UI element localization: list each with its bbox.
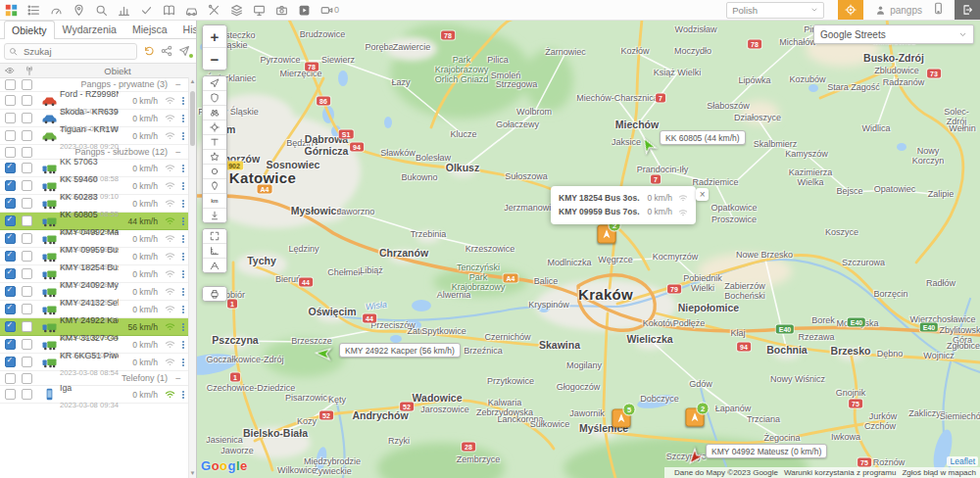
mobile-app-button[interactable]	[932, 1, 945, 19]
group-collapse-button[interactable]: −	[175, 147, 189, 158]
vehicle-follow-checkbox[interactable]	[22, 339, 32, 350]
vehicle-row[interactable]: Tiguan - KR1WJ072023-03-08 09:20:320 km/…	[0, 127, 189, 145]
objects-list-icon[interactable]	[23, 0, 45, 20]
fullscreen-tool-button[interactable]	[203, 229, 226, 244]
undo-icon[interactable]	[140, 43, 158, 59]
vehicle-follow-checkbox[interactable]	[22, 198, 32, 209]
routes-book-icon[interactable]	[158, 0, 180, 20]
tools-wrench-icon[interactable]	[203, 0, 225, 20]
binoculars-tool-button[interactable]	[203, 106, 226, 120]
vehicle-visibility-checkbox[interactable]	[5, 268, 16, 279]
logo-icon[interactable]	[0, 0, 23, 20]
tab-wydarzenia[interactable]: Wydarzenia	[55, 20, 124, 38]
zoom-out-button[interactable]: −	[203, 48, 226, 70]
vehicle-follow-checkbox[interactable]	[22, 163, 32, 173]
language-select[interactable]: Polish	[726, 2, 824, 19]
attribution-link[interactable]: Zgłoś błąd w mapach	[902, 468, 976, 477]
vehicle-visibility-checkbox[interactable]	[5, 251, 16, 262]
vehicle-cluster-marker[interactable]: 5	[612, 409, 631, 428]
vehicle-arrow-marker[interactable]	[315, 345, 332, 362]
scrollbar-thumb[interactable]	[190, 91, 195, 146]
vehicle-follow-checkbox[interactable]	[22, 95, 32, 106]
vehicles-car-icon[interactable]	[180, 0, 203, 20]
logout-button[interactable]	[955, 0, 980, 20]
tab-historia[interactable]: Historia	[175, 20, 197, 38]
shield-tool-button[interactable]	[203, 91, 226, 106]
vehicle-follow-checkbox[interactable]	[22, 215, 32, 226]
group-collapse-button[interactable]: −	[175, 373, 189, 384]
vehicle-arrow-marker[interactable]	[686, 449, 704, 466]
tasks-check-icon[interactable]	[135, 0, 158, 20]
vehicle-follow-checkbox[interactable]	[22, 357, 32, 367]
share-icon[interactable]	[158, 43, 175, 59]
vehicle-map-label[interactable]: KMY 24922 Kacper (56 km/h)	[339, 343, 461, 358]
vehicle-follow-checkbox[interactable]	[22, 321, 32, 332]
group-visibility-checkbox[interactable]	[5, 373, 16, 384]
vehicle-visibility-checkbox[interactable]	[5, 339, 16, 350]
reports-chart-icon[interactable]	[113, 0, 135, 20]
vehicle-row[interactable]: Iga2023-03-08 09:34:590 km/h	[0, 386, 189, 404]
vehicle-visibility-checkbox[interactable]	[5, 130, 16, 141]
vehicle-visibility-checkbox[interactable]	[5, 286, 16, 297]
group-follow-checkbox[interactable]	[22, 79, 32, 90]
map-layer-select[interactable]: Google Streets	[813, 24, 974, 44]
star-tool-button[interactable]	[203, 150, 226, 165]
layers-icon[interactable]	[225, 0, 248, 20]
vehicle-visibility-checkbox[interactable]	[5, 304, 16, 314]
vehicle-follow-checkbox[interactable]	[22, 268, 32, 279]
group-visibility-checkbox[interactable]	[5, 79, 16, 90]
vehicle-follow-checkbox[interactable]	[22, 304, 32, 314]
tooltip-close-button[interactable]: ×	[696, 188, 709, 201]
vehicle-visibility-checkbox[interactable]	[5, 95, 16, 106]
vehicle-visibility-checkbox[interactable]	[5, 198, 16, 209]
tab-miejsca[interactable]: Miejsca	[124, 20, 175, 38]
group-follow-checkbox[interactable]	[22, 147, 32, 158]
places-pin-icon[interactable]	[68, 0, 90, 20]
vehicle-visibility-checkbox[interactable]	[5, 233, 16, 244]
vehicle-visibility-checkbox[interactable]	[5, 321, 16, 332]
vehicle-visibility-checkbox[interactable]	[5, 113, 16, 123]
user-menu[interactable]: pangps	[875, 5, 922, 16]
vehicle-follow-checkbox[interactable]	[22, 180, 32, 191]
crosshair-tool-button[interactable]	[203, 120, 226, 135]
vehicle-follow-checkbox[interactable]	[22, 113, 32, 123]
tab-obiekty[interactable]: Obiekty	[4, 21, 55, 39]
dashboard-gauge-icon[interactable]	[45, 0, 68, 20]
search-input[interactable]	[22, 45, 123, 58]
ruler-tool-button[interactable]	[203, 244, 226, 259]
vehicle-follow-checkbox[interactable]	[22, 286, 32, 297]
vehicle-cluster-marker[interactable]: 2	[598, 225, 616, 244]
leaflet-attribution-link[interactable]: Leaflet	[947, 456, 978, 466]
signal-antenna-icon[interactable]	[20, 66, 39, 75]
follow-vehicles-button[interactable]	[838, 0, 863, 20]
terminal-monitor-icon[interactable]	[248, 0, 270, 20]
attribution-link[interactable]: Warunki korzystania z programu	[784, 468, 896, 477]
vehicle-follow-checkbox[interactable]	[22, 251, 32, 262]
angle-tool-button[interactable]	[203, 259, 226, 272]
zoom-in-button[interactable]: +	[203, 25, 226, 48]
scale-tool-button[interactable]: km	[203, 194, 226, 209]
attribution-link[interactable]: Dane do Mapy ©2023 Google	[674, 468, 778, 477]
vehicle-follow-checkbox[interactable]	[22, 233, 32, 244]
group-collapse-button[interactable]: −	[175, 79, 189, 90]
vehicle-follow-checkbox[interactable]	[22, 130, 32, 141]
pin-down-tool-button[interactable]	[203, 209, 226, 222]
search-icon[interactable]	[90, 0, 113, 20]
group-follow-checkbox[interactable]	[22, 373, 32, 384]
scroll-down-arrow[interactable]: ▼	[189, 469, 196, 478]
vehicle-visibility-checkbox[interactable]	[5, 215, 16, 226]
vehicle-cluster-marker[interactable]: 2	[686, 408, 705, 427]
vehicle-follow-checkbox[interactable]	[22, 389, 32, 400]
vehicle-arrow-marker[interactable]	[639, 136, 657, 154]
visibility-eye-icon[interactable]	[0, 66, 20, 75]
camera-icon[interactable]	[270, 0, 293, 20]
marker-tool-button[interactable]	[203, 179, 226, 194]
circle-tool-button[interactable]	[203, 165, 226, 179]
vehicle-visibility-checkbox[interactable]	[5, 389, 16, 400]
printer-button[interactable]	[203, 287, 226, 301]
vehicle-visibility-checkbox[interactable]	[5, 357, 16, 367]
location-arrow-tool-button[interactable]	[203, 76, 226, 91]
vehicle-visibility-checkbox[interactable]	[5, 180, 16, 191]
scroll-up-arrow[interactable]: ▲	[189, 77, 196, 86]
map-canvas[interactable]: {"":""}	[196, 20, 980, 478]
